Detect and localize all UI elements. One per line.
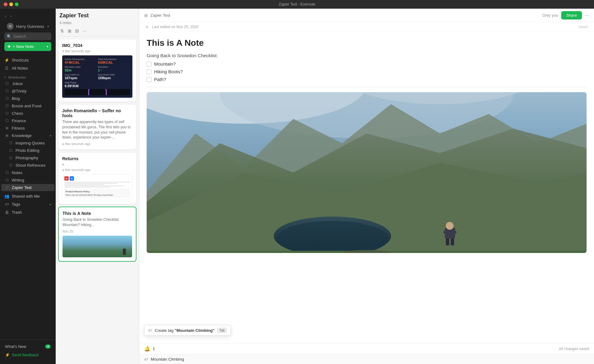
sidebar-item-notebooks[interactable]: ▾ Notebooks (1, 72, 54, 80)
sidebar-item-finance[interactable]: ☐ Finance (1, 117, 54, 124)
titlebar: Zapier Test - Evernote (0, 0, 594, 9)
note-detail-icon: ⊞ (144, 13, 148, 18)
note-detail-body[interactable]: This is A Note Going Back to Snowdon Che… (139, 32, 594, 343)
sidebar-item-trash[interactable]: 🗑 Trash (1, 208, 54, 216)
sidebar-item-photography[interactable]: ☐ Photography (1, 154, 54, 161)
checkbox-hiking-boots[interactable] (147, 69, 152, 74)
back-button[interactable]: ‹ (4, 13, 8, 19)
checklist-item-hiking-boots[interactable]: Hiking Boots? (147, 69, 587, 74)
new-note-button[interactable]: ✚ + New Note ▾ (4, 42, 51, 51)
sidebar-item-blog[interactable]: ☐ Blog (1, 95, 54, 102)
sidebar-item-inbox[interactable]: ☐ .Inbox (1, 80, 54, 87)
shared-label: Shared with Me (12, 194, 40, 199)
notebook-icon: ☐ (6, 82, 10, 86)
note-title: This is A Note (62, 211, 132, 216)
svg-point-15 (446, 222, 454, 230)
note-title: John Romaniello – Suffer no fools (62, 108, 132, 118)
avatar: H (7, 23, 14, 30)
checklist-item-path[interactable]: Path? (147, 77, 587, 82)
checkbox-path[interactable] (147, 77, 152, 82)
bell-icon[interactable]: 🔔 (144, 346, 150, 352)
note-card-img-7034[interactable]: IMG_7034 a few seconds ago Active Kiloca… (58, 39, 136, 102)
user-name: Harry Guinness (16, 24, 44, 29)
svg-rect-12 (451, 238, 454, 245)
note-detail-meta: ⊕ Last edited on Nov 25, 2020 Insert (139, 22, 594, 32)
notebook-expand-icon: ▾ (4, 76, 6, 79)
note-card-returns[interactable]: Returns a a few seconds ago U N (58, 152, 136, 204)
sidebar-item-shoot-references[interactable]: ☐ Shoot Refrences (1, 162, 54, 169)
view-toggle-button[interactable]: ⊟ (74, 28, 80, 34)
tag-popup-prefix: Create tag (155, 328, 174, 333)
checklist-item-label: Hiking Boots? (154, 69, 183, 74)
notebook-icon: ☐ (6, 96, 10, 101)
knowledge-expand-icon: ▾ (50, 134, 51, 137)
tag-input[interactable] (151, 357, 589, 362)
sidebar-item-all-notes[interactable]: ☰ All Notes (1, 64, 54, 72)
notebook-icon: ☐ (9, 141, 14, 145)
note-thumbnail: U N Product Returns Policy (62, 174, 132, 200)
note-detail-title: This is A Note (147, 38, 587, 48)
filter-button[interactable]: ⊞ (67, 28, 72, 34)
fitness-label: Fitness (12, 126, 25, 131)
notebook-icon: ☐ (6, 89, 10, 93)
sidebar-item-zapier-test[interactable]: ☐ Zapier Test (1, 184, 54, 191)
checklist-item-mountain[interactable]: Mountain? (147, 61, 587, 66)
sidebar-item-writing[interactable]: ☐ Writing (1, 177, 54, 184)
notes-list-content: IMG_7034 a few seconds ago Active Kiloca… (56, 36, 139, 364)
save-status: All changes saved (559, 347, 589, 351)
sidebar-item-trinity[interactable]: ☐ @Trinity (1, 88, 54, 95)
notes-toolbar: ⇅ ⊞ ⊟ ··· (59, 28, 135, 34)
whats-new-item[interactable]: What's New 4 (2, 342, 53, 351)
workout-thumbnail: Active Kilocalories 474KCAL Total Kiloca… (62, 55, 132, 98)
notebook-icon: ☐ (6, 104, 10, 108)
blog-label: Blog (12, 96, 20, 101)
sidebar-item-booze-food[interactable]: ☐ Booze and Food (1, 102, 54, 109)
sidebar-item-tags[interactable]: 🏷 Tags ▸ (1, 200, 54, 208)
last-edited: Last edited on Nov 25, 2020 (152, 25, 198, 29)
nav-arrows: ‹ › (2, 11, 53, 21)
mountain-svg (147, 92, 587, 253)
share-button[interactable]: Share (561, 11, 582, 19)
more-actions-button[interactable]: ··· (585, 13, 589, 18)
info-icon[interactable]: ℹ (153, 346, 155, 352)
tag-key-label: Tab (217, 328, 227, 333)
note-date: a few seconds ago (62, 168, 132, 172)
notes-list-title: Zapier Test (59, 12, 135, 19)
note-preview: Going Back to Snowdon Checklist: Mountai… (62, 217, 132, 228)
note-meta: a few seconds ago (62, 49, 132, 53)
search-bar[interactable]: 🔍 Search (4, 32, 51, 40)
sort-button[interactable]: ⇅ (59, 28, 65, 34)
whats-new-badge: 4 (45, 345, 51, 349)
sidebar-bottom: What's New 4 ⚡ Send feedback (0, 340, 56, 362)
minimize-button[interactable] (9, 2, 13, 6)
send-feedback-item[interactable]: ⚡ Send feedback (2, 351, 53, 359)
note-card-john-romaniello[interactable]: John Romaniello – Suffer no fools There … (58, 104, 136, 150)
sidebar-item-notes[interactable]: ☐ Notes (1, 169, 54, 176)
close-button[interactable] (4, 2, 7, 6)
note-title: Returns (62, 156, 132, 161)
note-divider (147, 87, 587, 87)
sidebar-item-chess[interactable]: ☐ Chess (1, 110, 54, 117)
new-note-label: + New Note (13, 44, 34, 49)
search-label: Search (13, 34, 26, 39)
svg-rect-11 (446, 238, 449, 245)
sidebar-item-inspiring-quotes[interactable]: ☐ Inspiring Quotes (1, 139, 54, 147)
sidebar-item-photo-editing[interactable]: ☐ Photo Editing (1, 147, 54, 154)
checkbox-mountain[interactable] (147, 62, 152, 66)
sidebar-item-knowledge[interactable]: ⊞ Knowledge ▾ (1, 132, 54, 139)
user-profile[interactable]: H Harry Guinness ▾ (4, 21, 52, 31)
all-notes-label: All Notes (12, 66, 28, 71)
fullscreen-button[interactable] (15, 2, 19, 6)
tag-popup-text: Create tag "Mountain Climbing" (155, 328, 215, 333)
more-options-button[interactable]: ··· (82, 28, 87, 34)
sidebar-item-shortcuts[interactable]: ⚡ Shortcuts (1, 56, 54, 64)
notebook-icon: ☐ (9, 156, 14, 160)
stack-icon: ⊞ (6, 134, 10, 138)
sidebar-item-fitness[interactable]: ⊞ Fitness (1, 125, 54, 132)
forward-button[interactable]: › (9, 13, 13, 19)
knowledge-label: Knowledge (12, 133, 32, 138)
tag-suggestion-popup[interactable]: 🏷 Create tag "Mountain Climbing" Tab (144, 325, 231, 336)
photo-editing-label: Photo Editing (15, 148, 39, 153)
sidebar-item-shared-with-me[interactable]: 👥 Shared with Me (1, 192, 54, 200)
note-card-this-is-a-note[interactable]: This is A Note Going Back to Snowdon Che… (58, 207, 136, 262)
